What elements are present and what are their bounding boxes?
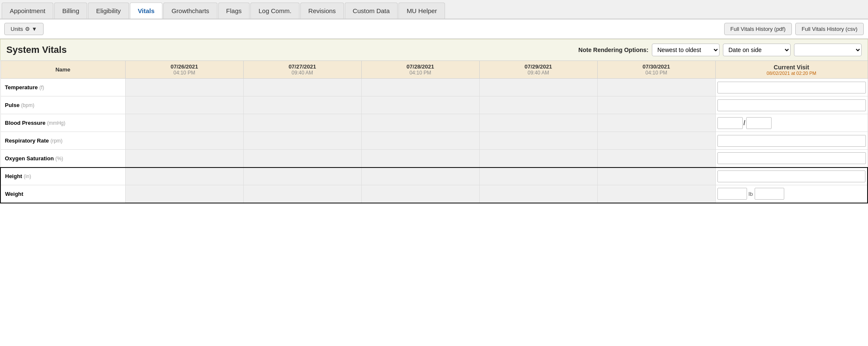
pulse-data-1 (125, 96, 243, 114)
table-row: Temperature (f) (0, 79, 868, 96)
csv-history-button[interactable]: Full Vitals History (csv) (795, 23, 864, 35)
pdf-history-button[interactable]: Full Vitals History (pdf) (724, 23, 792, 35)
weight-oz-input[interactable] (755, 188, 784, 200)
weight-input-cell: lb (715, 185, 868, 203)
row-label-rr: Respiratory Rate (rpm) (0, 132, 125, 150)
tab-logcomm[interactable]: Log Comm. (250, 3, 299, 19)
o2-data-2 (243, 150, 361, 168)
date-side-select[interactable]: Date on side Date on top (723, 44, 791, 56)
toolbar: Units ⚙ ▼ Full Vitals History (pdf) Full… (0, 19, 868, 39)
section-title: System Vitals (6, 44, 67, 55)
bp-slash: / (744, 119, 745, 127)
col-date-2: 07/27/2021 09:40 AM (243, 61, 361, 79)
pulse-input[interactable] (717, 99, 866, 111)
vitals-table: Name 07/26/2021 04:10 PM 07/27/2021 09:4… (0, 60, 868, 203)
height-data-1 (125, 168, 243, 185)
bp-data-3 (361, 114, 479, 132)
tab-revisions[interactable]: Revisions (300, 3, 344, 19)
pulse-data-3 (361, 96, 479, 114)
bp-data-4 (479, 114, 597, 132)
bp-diastolic-input[interactable] (746, 117, 772, 129)
rr-data-4 (479, 132, 597, 150)
table-row: Respiratory Rate (rpm) (0, 132, 868, 150)
row-label-weight: Weight (0, 185, 125, 203)
tab-bar: Appointment Billing Eligibility Vitals G… (0, 0, 868, 19)
pulse-data-5 (597, 96, 715, 114)
height-input-cell (715, 168, 868, 185)
table-row: Oxygen Saturation (%) (0, 150, 868, 168)
table-row: Blood Pressure (mmHg) / (0, 114, 868, 132)
tab-vitals[interactable]: Vitals (130, 3, 163, 19)
order-select[interactable]: Newest to oldest Oldest to newest (652, 44, 720, 56)
table-row: Height (in) (0, 168, 868, 185)
col-date-4: 07/29/2021 09:40 AM (479, 61, 597, 79)
height-data-5 (597, 168, 715, 185)
temperature-input[interactable] (717, 82, 866, 93)
bp-data-2 (243, 114, 361, 132)
rr-data-1 (125, 132, 243, 150)
extra-select[interactable] (794, 44, 862, 56)
temp-data-2 (243, 79, 361, 96)
height-input[interactable] (717, 170, 866, 182)
rendering-options: Note Rendering Options: Newest to oldest… (578, 44, 862, 56)
gear-icon: ⚙ (25, 26, 30, 32)
section-header: System Vitals Note Rendering Options: Ne… (0, 39, 868, 60)
bp-data-5 (597, 114, 715, 132)
weight-data-2 (243, 185, 361, 203)
bp-data-1 (125, 114, 243, 132)
rr-data-3 (361, 132, 479, 150)
oxygen-saturation-input[interactable] (717, 152, 866, 164)
table-header-row: Name 07/26/2021 04:10 PM 07/27/2021 09:4… (0, 61, 868, 79)
rr-input-cell (715, 132, 868, 150)
weight-lb-label: lb (748, 191, 754, 197)
row-label-bp: Blood Pressure (mmHg) (0, 114, 125, 132)
pulse-data-4 (479, 96, 597, 114)
table-row: Pulse (bpm) (0, 96, 868, 114)
height-data-4 (479, 168, 597, 185)
weight-lbs-input[interactable] (717, 188, 747, 200)
tab-muhelper[interactable]: MU Helper (398, 3, 445, 19)
row-label-o2: Oxygen Saturation (%) (0, 150, 125, 168)
dropdown-arrow-icon: ▼ (32, 26, 37, 32)
tab-growthcharts[interactable]: Growthcharts (163, 3, 217, 19)
o2-data-3 (361, 150, 479, 168)
bp-systolic-input[interactable] (717, 117, 743, 129)
respiratory-rate-input[interactable] (717, 135, 866, 147)
o2-data-5 (597, 150, 715, 168)
height-data-2 (243, 168, 361, 185)
temp-data-5 (597, 79, 715, 96)
weight-data-5 (597, 185, 715, 203)
height-data-3 (361, 168, 479, 185)
bp-input-cell: / (715, 114, 868, 132)
pulse-input-cell (715, 96, 868, 114)
units-button[interactable]: Units ⚙ ▼ (4, 23, 44, 35)
bp-inputs: / (717, 117, 866, 129)
units-label: Units (11, 26, 23, 32)
pulse-data-2 (243, 96, 361, 114)
temp-input-cell (715, 79, 868, 96)
rendering-label: Note Rendering Options: (578, 47, 648, 53)
col-date-5: 07/30/2021 04:10 PM (597, 61, 715, 79)
col-date-3: 07/28/2021 04:10 PM (361, 61, 479, 79)
col-name-header: Name (0, 61, 125, 79)
col-date-1: 07/26/2021 04:10 PM (125, 61, 243, 79)
temp-data-4 (479, 79, 597, 96)
weight-inputs: lb (717, 188, 866, 200)
table-row: Weight lb (0, 185, 868, 203)
tab-customdata[interactable]: Custom Data (345, 3, 398, 19)
tab-flags[interactable]: Flags (218, 3, 250, 19)
tab-appointment[interactable]: Appointment (2, 3, 53, 19)
temp-data-1 (125, 79, 243, 96)
weight-data-4 (479, 185, 597, 203)
o2-data-1 (125, 150, 243, 168)
weight-data-3 (361, 185, 479, 203)
row-label-pulse: Pulse (bpm) (0, 96, 125, 114)
row-label-height: Height (in) (0, 168, 125, 185)
tab-eligibility[interactable]: Eligibility (88, 3, 129, 19)
o2-input-cell (715, 150, 868, 168)
tab-billing[interactable]: Billing (54, 3, 87, 19)
rr-data-5 (597, 132, 715, 150)
col-current-visit: Current Visit 08/02/2021 at 02:20 PM (715, 61, 868, 79)
row-label-temperature: Temperature (f) (0, 79, 125, 96)
weight-data-1 (125, 185, 243, 203)
